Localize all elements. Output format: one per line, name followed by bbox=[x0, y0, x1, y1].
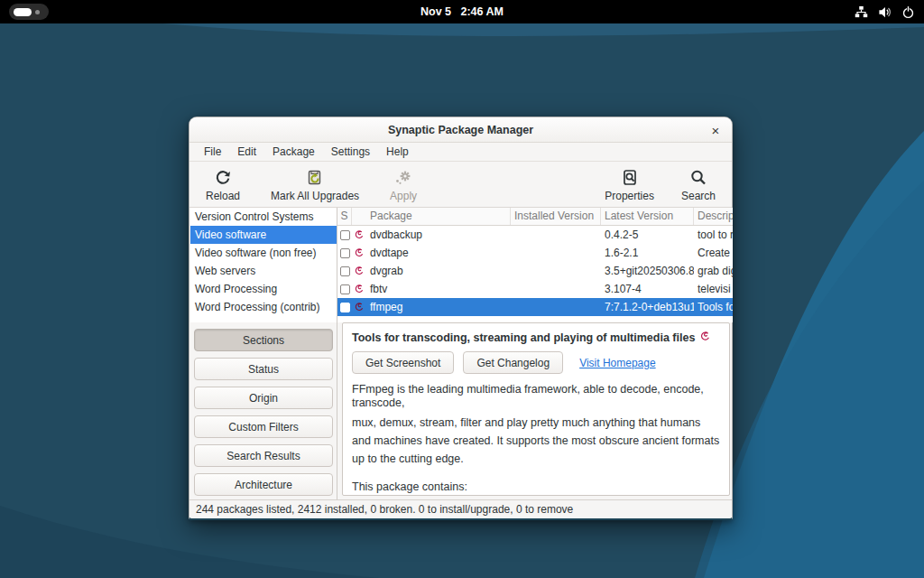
mark-upgrades-icon bbox=[306, 168, 324, 188]
latest-version: 7:7.1.2-0+deb13u1 bbox=[601, 301, 694, 313]
get-screenshot-button[interactable]: Get Screenshot bbox=[352, 351, 454, 374]
properties-button[interactable]: Properties bbox=[597, 166, 661, 204]
top-bar: Nov 5 2:46 AM bbox=[0, 0, 924, 23]
get-changelog-button[interactable]: Get Changelog bbox=[463, 351, 563, 374]
reload-button[interactable]: Reload bbox=[199, 166, 247, 204]
column-header-latest[interactable]: Latest Version bbox=[601, 208, 694, 225]
filter-buttons: Sections Status Origin Custom Filters Se… bbox=[190, 322, 337, 499]
latest-version: 1.6-2.1 bbox=[601, 247, 694, 259]
package-name: ffmpeg bbox=[366, 301, 511, 313]
window-title: Synaptic Package Manager bbox=[388, 124, 533, 136]
debian-swirl-icon bbox=[699, 331, 711, 345]
toolbar: Reload Mark All Upgrades bbox=[189, 163, 732, 208]
volume-icon bbox=[878, 5, 892, 19]
menu-settings[interactable]: Settings bbox=[323, 144, 378, 160]
package-name: fbtv bbox=[366, 283, 511, 295]
table-row-dvdbackup[interactable]: dvdbackup 0.4.2-5 tool to r bbox=[337, 226, 733, 244]
latest-version: 3.5+git20250306.8 bbox=[601, 265, 694, 277]
network-wired-icon bbox=[855, 5, 868, 19]
package-description: Tools fo bbox=[694, 301, 733, 313]
desktop: Nov 5 2:46 AM bbox=[0, 0, 924, 578]
column-header-package[interactable]: Package bbox=[366, 208, 511, 225]
search-results-button[interactable]: Search Results bbox=[194, 444, 333, 467]
package-contains-label: This package contains: bbox=[352, 480, 720, 493]
row-checkbox[interactable] bbox=[340, 284, 350, 294]
column-header-status[interactable]: S bbox=[337, 208, 352, 225]
category-video-software-nonfree[interactable]: Video software (non free) bbox=[190, 244, 337, 262]
architecture-button[interactable]: Architecture bbox=[194, 473, 333, 496]
search-icon bbox=[689, 168, 707, 188]
package-description: grab dig bbox=[694, 265, 733, 277]
gears-icon bbox=[393, 168, 414, 188]
menu-package[interactable]: Package bbox=[264, 144, 323, 160]
row-checkbox[interactable] bbox=[340, 303, 350, 312]
mark-all-upgrades-button[interactable]: Mark All Upgrades bbox=[263, 166, 366, 204]
power-icon bbox=[901, 5, 915, 19]
menu-edit[interactable]: Edit bbox=[229, 144, 264, 160]
origin-button[interactable]: Origin bbox=[194, 387, 333, 409]
table-header: S Package Installed Version Latest Versi… bbox=[337, 208, 733, 226]
title-bar[interactable]: Synaptic Package Manager × bbox=[189, 117, 732, 143]
workspace-indicator[interactable] bbox=[9, 4, 49, 20]
menu-file[interactable]: File bbox=[196, 144, 229, 160]
menu-help[interactable]: Help bbox=[378, 144, 417, 160]
status-button[interactable]: Status bbox=[194, 358, 333, 380]
apply-label: Apply bbox=[390, 190, 417, 202]
debian-swirl-icon bbox=[352, 266, 366, 276]
debian-swirl-icon bbox=[352, 229, 366, 240]
status-text: 244 packages listed, 2412 installed, 0 b… bbox=[196, 503, 573, 516]
package-summary-text: Tools for transcoding, streaming and pla… bbox=[352, 331, 695, 344]
package-table: S Package Installed Version Latest Versi… bbox=[337, 208, 733, 322]
column-header-installed[interactable]: Installed Version bbox=[511, 208, 601, 225]
debian-swirl-icon bbox=[352, 302, 366, 312]
table-row-dvdtape[interactable]: dvdtape 1.6-2.1 Create D bbox=[337, 244, 733, 262]
latest-version: 3.107-4 bbox=[601, 283, 694, 295]
row-checkbox[interactable] bbox=[340, 266, 350, 276]
search-label: Search bbox=[681, 190, 716, 202]
category-list: Version Control Systems Video software V… bbox=[190, 208, 337, 322]
debian-swirl-icon bbox=[352, 247, 366, 258]
reload-icon bbox=[214, 168, 232, 188]
latest-version: 0.4.2-5 bbox=[601, 228, 694, 241]
clock-time: 2:46 AM bbox=[461, 5, 504, 18]
category-video-software[interactable]: Video software bbox=[190, 226, 337, 244]
category-word-processing-contrib[interactable]: Word Processing (contrib) bbox=[190, 298, 337, 316]
detail-actions: Get Screenshot Get Changelog Visit Homep… bbox=[352, 351, 720, 374]
status-bar: 244 packages listed, 2412 installed, 0 b… bbox=[189, 499, 732, 518]
package-name: dvdtape bbox=[366, 247, 511, 259]
clock[interactable]: Nov 5 2:46 AM bbox=[0, 5, 924, 18]
description-paragraph-1: FFmpeg is the leading multimedia framewo… bbox=[352, 383, 720, 410]
custom-filters-button[interactable]: Custom Filters bbox=[194, 415, 333, 438]
row-checkbox[interactable] bbox=[340, 248, 350, 258]
package-details-pane: Tools for transcoding, streaming and pla… bbox=[342, 322, 730, 496]
package-name: dvdbackup bbox=[366, 228, 511, 241]
workspace-active-pill bbox=[14, 8, 32, 16]
package-summary: Tools for transcoding, streaming and pla… bbox=[352, 331, 720, 345]
system-status-area[interactable] bbox=[855, 5, 915, 19]
sections-button[interactable]: Sections bbox=[194, 329, 333, 351]
category-version-control[interactable]: Version Control Systems bbox=[190, 208, 337, 226]
close-button[interactable]: × bbox=[707, 121, 725, 139]
synaptic-window: Synaptic Package Manager × File Edit Pac… bbox=[189, 117, 733, 520]
column-header-icon[interactable] bbox=[352, 208, 366, 225]
row-checkbox[interactable] bbox=[340, 230, 350, 240]
table-row-fbtv[interactable]: fbtv 3.107-4 televisi bbox=[337, 280, 733, 298]
search-button[interactable]: Search bbox=[674, 166, 723, 204]
debian-swirl-icon bbox=[352, 284, 366, 294]
package-description: televisi bbox=[694, 283, 733, 295]
package-description: Create D bbox=[694, 247, 733, 259]
reload-label: Reload bbox=[206, 190, 240, 202]
category-word-processing[interactable]: Word Processing bbox=[190, 280, 337, 298]
clock-date: Nov 5 bbox=[420, 5, 451, 18]
category-web-servers[interactable]: Web servers bbox=[190, 262, 337, 280]
package-description: tool to r bbox=[694, 228, 733, 241]
properties-icon bbox=[621, 168, 639, 188]
table-row-dvgrab[interactable]: dvgrab 3.5+git20250306.8 grab dig bbox=[337, 262, 733, 280]
description-paragraph-2: mux, demux, stream, filter and play pret… bbox=[352, 414, 720, 468]
mark-all-upgrades-label: Mark All Upgrades bbox=[271, 190, 359, 202]
column-header-description[interactable]: Description bbox=[694, 208, 733, 225]
visit-homepage-link[interactable]: Visit Homepage bbox=[579, 357, 656, 369]
menu-bar: File Edit Package Settings Help bbox=[189, 143, 732, 162]
apply-button[interactable]: Apply bbox=[383, 166, 424, 204]
table-row-ffmpeg-selected[interactable]: ffmpeg 7:7.1.2-0+deb13u1 Tools fo bbox=[337, 298, 733, 316]
